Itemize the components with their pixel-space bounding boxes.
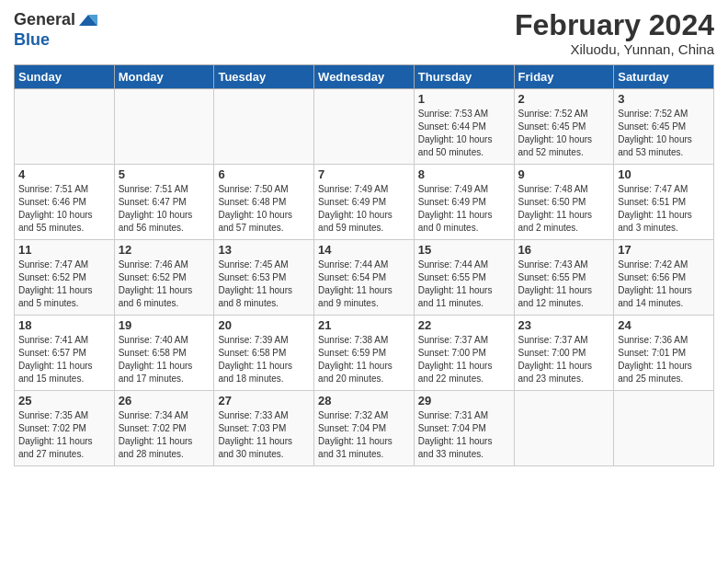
calendar-cell: 23Sunrise: 7:37 AM Sunset: 7:00 PM Dayli… [514, 316, 614, 391]
week-row-5: 25Sunrise: 7:35 AM Sunset: 7:02 PM Dayli… [15, 391, 714, 466]
day-info: Sunrise: 7:41 AM Sunset: 6:57 PM Dayligh… [18, 334, 110, 385]
day-info: Sunrise: 7:36 AM Sunset: 7:01 PM Dayligh… [618, 334, 710, 385]
day-number: 21 [318, 318, 410, 332]
day-info: Sunrise: 7:40 AM Sunset: 6:58 PM Dayligh… [119, 334, 210, 385]
logo: General Blue [14, 9, 99, 50]
day-number: 5 [119, 167, 210, 181]
calendar-cell: 10Sunrise: 7:47 AM Sunset: 6:51 PM Dayli… [614, 165, 714, 240]
calendar-cell: 16Sunrise: 7:43 AM Sunset: 6:55 PM Dayli… [514, 240, 614, 316]
day-number: 6 [218, 167, 310, 181]
calendar-cell: 21Sunrise: 7:38 AM Sunset: 6:59 PM Dayli… [314, 316, 415, 391]
day-info: Sunrise: 7:38 AM Sunset: 6:59 PM Dayligh… [318, 334, 410, 385]
title-block: February 2024 Xiluodu, Yunnan, China [515, 9, 714, 57]
day-info: Sunrise: 7:46 AM Sunset: 6:52 PM Dayligh… [119, 259, 210, 310]
week-row-4: 18Sunrise: 7:41 AM Sunset: 6:57 PM Dayli… [15, 316, 714, 391]
logo-general: General [14, 11, 75, 29]
col-wednesday: Wednesday [314, 65, 415, 89]
calendar-cell [314, 89, 415, 165]
day-number: 12 [119, 243, 210, 257]
calendar-cell: 17Sunrise: 7:42 AM Sunset: 6:56 PM Dayli… [614, 240, 714, 316]
header: General Blue February 2024 Xiluodu, Yunn… [14, 9, 714, 57]
day-number: 13 [218, 243, 310, 257]
month-title: February 2024 [515, 9, 714, 41]
logo-icon [77, 9, 99, 31]
calendar-cell: 5Sunrise: 7:51 AM Sunset: 6:47 PM Daylig… [114, 165, 214, 240]
day-number: 27 [218, 394, 310, 408]
day-info: Sunrise: 7:37 AM Sunset: 7:00 PM Dayligh… [418, 334, 510, 385]
day-info: Sunrise: 7:39 AM Sunset: 6:58 PM Dayligh… [218, 334, 310, 385]
day-number: 14 [318, 243, 410, 257]
day-number: 24 [618, 318, 710, 332]
day-info: Sunrise: 7:47 AM Sunset: 6:51 PM Dayligh… [618, 183, 710, 235]
calendar-cell: 28Sunrise: 7:32 AM Sunset: 7:04 PM Dayli… [314, 391, 415, 466]
calendar-cell: 7Sunrise: 7:49 AM Sunset: 6:49 PM Daylig… [314, 165, 415, 240]
day-info: Sunrise: 7:51 AM Sunset: 6:47 PM Dayligh… [119, 183, 210, 235]
day-number: 28 [318, 394, 410, 408]
day-number: 22 [418, 318, 510, 332]
calendar-cell: 8Sunrise: 7:49 AM Sunset: 6:49 PM Daylig… [414, 165, 514, 240]
day-info: Sunrise: 7:32 AM Sunset: 7:04 PM Dayligh… [318, 409, 410, 461]
day-info: Sunrise: 7:45 AM Sunset: 6:53 PM Dayligh… [218, 259, 310, 310]
day-info: Sunrise: 7:50 AM Sunset: 6:48 PM Dayligh… [218, 183, 310, 235]
calendar-cell [514, 391, 614, 466]
col-thursday: Thursday [414, 65, 514, 89]
calendar-cell: 1Sunrise: 7:53 AM Sunset: 6:44 PM Daylig… [414, 89, 514, 165]
day-number: 11 [18, 243, 110, 257]
day-info: Sunrise: 7:49 AM Sunset: 6:49 PM Dayligh… [318, 183, 410, 235]
week-row-1: 1Sunrise: 7:53 AM Sunset: 6:44 PM Daylig… [15, 89, 714, 165]
header-row: Sunday Monday Tuesday Wednesday Thursday… [15, 65, 714, 89]
calendar-cell: 3Sunrise: 7:52 AM Sunset: 6:45 PM Daylig… [614, 89, 714, 165]
day-info: Sunrise: 7:47 AM Sunset: 6:52 PM Dayligh… [18, 259, 110, 310]
calendar-cell: 15Sunrise: 7:44 AM Sunset: 6:55 PM Dayli… [414, 240, 514, 316]
calendar-cell: 12Sunrise: 7:46 AM Sunset: 6:52 PM Dayli… [114, 240, 214, 316]
calendar-cell: 27Sunrise: 7:33 AM Sunset: 7:03 PM Dayli… [214, 391, 314, 466]
main-container: General Blue February 2024 Xiluodu, Yunn… [0, 0, 728, 471]
calendar-cell: 25Sunrise: 7:35 AM Sunset: 7:02 PM Dayli… [15, 391, 115, 466]
calendar-table: Sunday Monday Tuesday Wednesday Thursday… [14, 64, 714, 466]
calendar-cell [15, 89, 115, 165]
day-number: 23 [518, 318, 610, 332]
day-info: Sunrise: 7:52 AM Sunset: 6:45 PM Dayligh… [618, 108, 710, 159]
col-saturday: Saturday [614, 65, 714, 89]
day-number: 16 [518, 243, 610, 257]
day-number: 3 [618, 92, 710, 106]
calendar-cell [114, 89, 214, 165]
col-tuesday: Tuesday [214, 65, 314, 89]
calendar-cell: 6Sunrise: 7:50 AM Sunset: 6:48 PM Daylig… [214, 165, 314, 240]
day-info: Sunrise: 7:52 AM Sunset: 6:45 PM Dayligh… [518, 108, 610, 159]
calendar-cell: 26Sunrise: 7:34 AM Sunset: 7:02 PM Dayli… [114, 391, 214, 466]
day-number: 19 [119, 318, 210, 332]
day-info: Sunrise: 7:34 AM Sunset: 7:02 PM Dayligh… [119, 409, 210, 461]
day-number: 29 [418, 394, 510, 408]
location-subtitle: Xiluodu, Yunnan, China [515, 41, 714, 57]
day-info: Sunrise: 7:44 AM Sunset: 6:55 PM Dayligh… [418, 259, 510, 310]
calendar-cell: 11Sunrise: 7:47 AM Sunset: 6:52 PM Dayli… [15, 240, 115, 316]
day-info: Sunrise: 7:31 AM Sunset: 7:04 PM Dayligh… [418, 409, 510, 461]
day-info: Sunrise: 7:43 AM Sunset: 6:55 PM Dayligh… [518, 259, 610, 310]
day-info: Sunrise: 7:33 AM Sunset: 7:03 PM Dayligh… [218, 409, 310, 461]
week-row-2: 4Sunrise: 7:51 AM Sunset: 6:46 PM Daylig… [15, 165, 714, 240]
calendar-cell: 20Sunrise: 7:39 AM Sunset: 6:58 PM Dayli… [214, 316, 314, 391]
calendar-cell: 24Sunrise: 7:36 AM Sunset: 7:01 PM Dayli… [614, 316, 714, 391]
day-number: 4 [18, 167, 110, 181]
day-number: 20 [218, 318, 310, 332]
calendar-cell: 9Sunrise: 7:48 AM Sunset: 6:50 PM Daylig… [514, 165, 614, 240]
calendar-cell: 2Sunrise: 7:52 AM Sunset: 6:45 PM Daylig… [514, 89, 614, 165]
col-friday: Friday [514, 65, 614, 89]
day-number: 8 [418, 167, 510, 181]
calendar-cell: 19Sunrise: 7:40 AM Sunset: 6:58 PM Dayli… [114, 316, 214, 391]
day-info: Sunrise: 7:48 AM Sunset: 6:50 PM Dayligh… [518, 183, 610, 235]
day-number: 9 [518, 167, 610, 181]
day-info: Sunrise: 7:37 AM Sunset: 7:00 PM Dayligh… [518, 334, 610, 385]
day-number: 1 [418, 92, 510, 106]
calendar-cell: 18Sunrise: 7:41 AM Sunset: 6:57 PM Dayli… [15, 316, 115, 391]
calendar-cell: 4Sunrise: 7:51 AM Sunset: 6:46 PM Daylig… [15, 165, 115, 240]
day-info: Sunrise: 7:42 AM Sunset: 6:56 PM Dayligh… [618, 259, 710, 310]
day-number: 15 [418, 243, 510, 257]
day-number: 25 [18, 394, 110, 408]
calendar-cell [214, 89, 314, 165]
day-info: Sunrise: 7:49 AM Sunset: 6:49 PM Dayligh… [418, 183, 510, 235]
col-monday: Monday [114, 65, 214, 89]
day-info: Sunrise: 7:53 AM Sunset: 6:44 PM Dayligh… [418, 108, 510, 159]
day-info: Sunrise: 7:51 AM Sunset: 6:46 PM Dayligh… [18, 183, 110, 235]
